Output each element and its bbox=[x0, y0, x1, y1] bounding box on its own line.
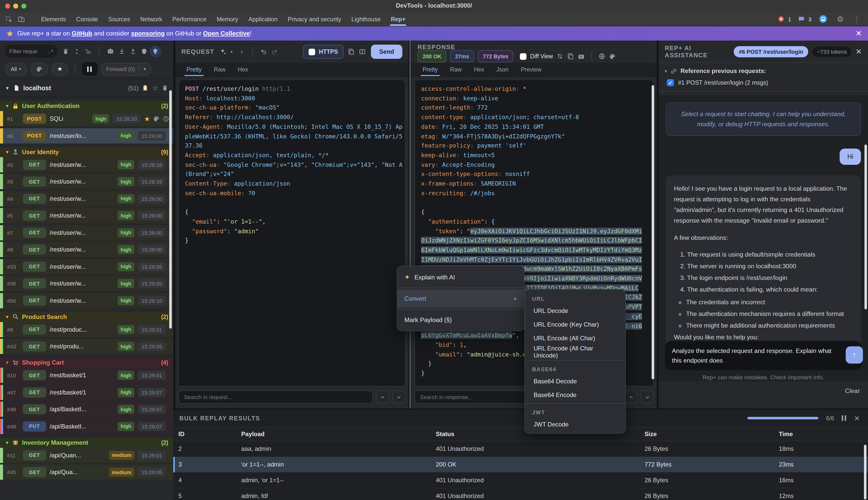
sparkles-dropdown-icon[interactable]: ▾ bbox=[231, 49, 233, 54]
ai-close-icon[interactable]: ✕ bbox=[856, 47, 862, 56]
request-item[interactable]: #9GET/rest/produc... high15:29:01 bbox=[0, 322, 173, 337]
issues-badge[interactable]: 3 bbox=[796, 16, 811, 22]
response-tab-raw[interactable]: Raw bbox=[445, 64, 467, 76]
submenu-item[interactable]: URL Encode (All Char) bbox=[525, 331, 625, 345]
context-menu-item[interactable]: ✦Explain with AI bbox=[397, 268, 524, 286]
request-tab-hex[interactable]: Hex bbox=[233, 64, 253, 76]
request-group-header[interactable]: ▼ Product Search (2) bbox=[0, 311, 173, 322]
banner-link[interactable]: Open Collective bbox=[203, 30, 250, 37]
sidebar-scrollbar[interactable] bbox=[169, 90, 172, 329]
search-in-request-input[interactable] bbox=[178, 390, 373, 404]
submenu-item[interactable]: URL Encode (Key Char) bbox=[525, 317, 625, 331]
search-next-button[interactable] bbox=[392, 390, 406, 404]
request-item[interactable]: #43GET/rest/produ... high15:29:05 bbox=[0, 339, 173, 354]
request-tab-raw[interactable]: Raw bbox=[209, 64, 231, 76]
response-tab-json[interactable]: Json bbox=[491, 64, 514, 76]
lightning-icon[interactable] bbox=[239, 48, 245, 55]
submenu-item[interactable]: Base64 Encode bbox=[525, 388, 625, 402]
request-item[interactable]: #33GET/rest/user/w... high15:29:05 bbox=[0, 259, 173, 274]
copy-response-icon[interactable] bbox=[567, 53, 574, 60]
diff-view-toggle[interactable]: Diff View bbox=[520, 53, 553, 60]
https-checkbox[interactable] bbox=[309, 48, 315, 55]
devtools-tab-privacy-and-security[interactable]: Privacy and security bbox=[283, 12, 346, 26]
request-item[interactable]: #6POST/rest/user/lo... high15:29:00 bbox=[0, 128, 173, 143]
request-item[interactable]: #7GET/rest/user/w... high15:29:00 bbox=[0, 225, 173, 240]
trash-icon[interactable] bbox=[162, 85, 168, 91]
request-item[interactable]: #10GET/rest/basket/1 high15:29:01 bbox=[0, 368, 173, 383]
starred-filter-button[interactable]: ★ bbox=[52, 62, 68, 75]
bulk-close-icon[interactable]: ✕ bbox=[854, 414, 860, 422]
request-item[interactable]: #11GET/api/Quan... medium15:29:01 bbox=[0, 447, 173, 463]
render-palette-icon[interactable] bbox=[609, 53, 615, 60]
chat-input[interactable]: Analyze the selected request and respons… bbox=[665, 341, 862, 370]
export-icon[interactable] bbox=[130, 48, 136, 55]
reference-checkbox[interactable]: ✓ bbox=[667, 79, 674, 86]
request-item[interactable]: #4GET/rest/user/w... high15:29:00 bbox=[0, 191, 173, 206]
import-icon[interactable] bbox=[119, 48, 125, 55]
split-view-icon[interactable] bbox=[359, 48, 366, 55]
send-button[interactable]: Send bbox=[371, 45, 402, 59]
request-group-header[interactable]: ▼ User Authentication (2) bbox=[0, 101, 173, 111]
diff-view-checkbox[interactable] bbox=[520, 53, 527, 60]
scope-dropdown[interactable]: All▾ bbox=[5, 62, 27, 75]
panel-resize-handle[interactable] bbox=[408, 41, 411, 409]
chat-scrollbar[interactable] bbox=[865, 145, 867, 309]
banner-close-icon[interactable]: ✕ bbox=[856, 29, 862, 38]
devtools-tab-sources[interactable]: Sources bbox=[103, 12, 135, 26]
request-item[interactable]: #45GET/api/Qua... medium15:29:05 bbox=[0, 465, 173, 480]
request-group-header[interactable]: ▼ User Identity (9) bbox=[0, 147, 173, 157]
send-chat-button[interactable]: ↑ bbox=[846, 346, 863, 364]
request-item[interactable]: #48GET/api/BasketI... high15:29:07 bbox=[0, 402, 173, 417]
search-prev-button[interactable] bbox=[376, 390, 389, 404]
lightbulb-icon[interactable] bbox=[152, 48, 159, 55]
request-tab-pretty[interactable]: Pretty bbox=[181, 64, 207, 76]
request-group-header[interactable]: ▼ Shopping Cart (4) bbox=[0, 357, 173, 368]
request-item[interactable]: #50GET/rest/user/w... high15:29:10 bbox=[0, 293, 173, 308]
bulk-row[interactable]: 5admin, fdf401 Unauthorized26 Bytes12ms bbox=[173, 488, 868, 500]
redo-icon[interactable] bbox=[271, 48, 278, 55]
clear-all-icon[interactable] bbox=[62, 48, 69, 55]
screenshot-icon[interactable] bbox=[578, 53, 585, 60]
tree-view-icon[interactable] bbox=[85, 48, 91, 55]
bulk-row[interactable]: 4admin, 'or 1=1--401 Unauthorized26 Byte… bbox=[173, 473, 868, 488]
resp-search-prev-button[interactable] bbox=[624, 390, 637, 404]
expand-collapse-icon[interactable] bbox=[556, 53, 563, 60]
devtools-tab-lighthouse[interactable]: Lighthouse bbox=[346, 12, 386, 26]
palette-icon[interactable] bbox=[153, 115, 160, 122]
filter-input[interactable] bbox=[9, 48, 48, 54]
device-toolbar-icon[interactable] bbox=[18, 15, 25, 23]
extension-button[interactable] bbox=[819, 15, 827, 23]
kebab-menu-icon[interactable]: ⋮ bbox=[853, 15, 860, 23]
request-item[interactable]: #5GET/rest/user/w... high15:29:00 bbox=[0, 208, 173, 223]
globe-icon[interactable] bbox=[598, 53, 606, 60]
devtools-tab-application[interactable]: Application bbox=[243, 12, 282, 26]
request-item[interactable]: #2GET/rest/user/w... high15:28:33 bbox=[0, 157, 173, 172]
request-item[interactable]: #3GET/rest/user/w... high15:28:33 bbox=[0, 174, 173, 189]
resp-search-next-button[interactable] bbox=[641, 390, 654, 404]
bulk-row[interactable]: 3'or 1=1--, admin200 OK772 Bytes23ms bbox=[173, 457, 868, 473]
submenu-item[interactable]: JWT Decode bbox=[525, 417, 625, 431]
request-group-header[interactable]: ▼ Inventory Management (2) bbox=[0, 438, 173, 447]
clock-icon[interactable] bbox=[163, 115, 169, 122]
robot-icon[interactable] bbox=[107, 48, 114, 55]
bulk-scrollbar[interactable] bbox=[864, 445, 867, 500]
response-tab-preview[interactable]: Preview bbox=[516, 64, 547, 76]
copy-request-icon[interactable] bbox=[348, 48, 355, 55]
https-toggle[interactable]: HTTPS bbox=[303, 45, 343, 59]
request-item[interactable]: #47GET/rest/basket/1 high15:29:07 bbox=[0, 385, 173, 400]
request-item[interactable]: #8GET/rest/user/w... high15:29:00 bbox=[0, 242, 173, 257]
devtools-tab-elements[interactable]: Elements bbox=[36, 12, 71, 26]
console-error-badge[interactable]: 1 bbox=[775, 16, 791, 22]
submenu-item[interactable]: Base64 Decode bbox=[525, 374, 625, 388]
ref-collapse-caret[interactable]: ▾ bbox=[665, 69, 667, 73]
inspect-element-icon[interactable] bbox=[5, 15, 13, 23]
bulk-pause-button[interactable] bbox=[842, 415, 846, 421]
request-item[interactable]: #49PUT/api/BasketI... high15:29:07 bbox=[0, 419, 173, 434]
bulk-row[interactable]: 2aaa, admin401 Unauthorized26 Bytes18ms bbox=[173, 441, 868, 457]
response-tab-pretty[interactable]: Pretty bbox=[418, 64, 443, 76]
devtools-tab-console[interactable]: Console bbox=[71, 12, 103, 26]
request-item[interactable]: #1POSTSQLi high15:28:33 ★ bbox=[0, 111, 173, 126]
clear-chat-button[interactable]: Clear bbox=[845, 387, 860, 395]
request-editor[interactable]: POST /rest/user/login http/1.1Host: loca… bbox=[178, 80, 406, 386]
context-menu-item[interactable]: Convert▸ bbox=[397, 289, 524, 307]
